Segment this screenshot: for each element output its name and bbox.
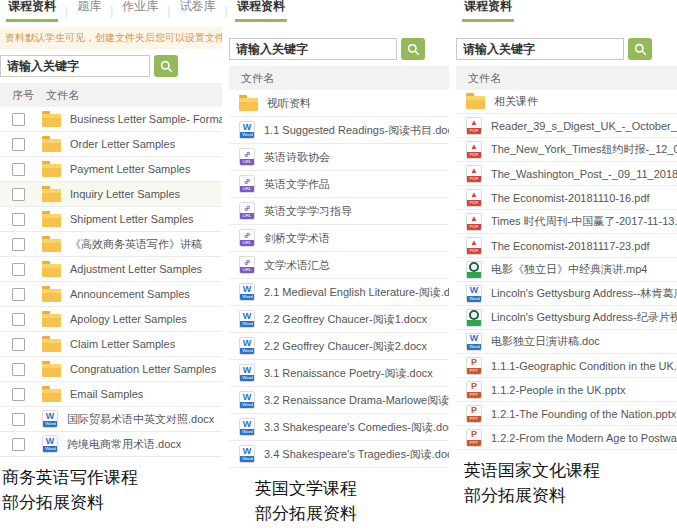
file-row[interactable]: Order Letter Samples: [0, 132, 222, 157]
row-checkbox[interactable]: [12, 113, 25, 126]
file-row[interactable]: PPPT1.1.2-People in the UK.pptx: [456, 378, 677, 402]
tab-题库[interactable]: 题库: [75, 0, 103, 22]
file-row[interactable]: ▲PDFReader_39_s_Digest_UK_-_October_2018…: [456, 114, 677, 138]
file-row[interactable]: WWord2.2 Geoffrey Chaucer-阅读2.docx: [229, 333, 449, 360]
file-row[interactable]: PPPT1.2.1-The Founding of the Nation.ppt…: [456, 402, 677, 426]
row-checkbox[interactable]: [12, 388, 25, 401]
file-name[interactable]: 《高效商务英语写作》讲稿: [70, 237, 202, 252]
file-name[interactable]: 跨境电商常用术语.docx: [67, 437, 181, 452]
file-name[interactable]: 3.1 Renaissance Poetry-阅读.docx: [264, 366, 433, 381]
file-row[interactable]: WWord3.3 Shakespeare's Comedies-阅读.docx: [229, 414, 449, 441]
file-row[interactable]: ▲PDFTimes 时代周刊-中国赢了-2017-11-13.pdf: [456, 210, 677, 234]
file-name[interactable]: 英语文学学习指导: [264, 204, 352, 219]
file-name[interactable]: The Economist-20181110-16.pdf: [491, 192, 650, 204]
file-name[interactable]: 2.2 Geoffrey Chaucer-阅读2.docx: [264, 339, 427, 354]
row-checkbox[interactable]: [12, 363, 25, 376]
file-name[interactable]: The Economist-20181117-23.pdf: [491, 240, 650, 252]
file-row[interactable]: Inquiry Letter Samples: [0, 182, 222, 207]
row-checkbox[interactable]: [12, 313, 25, 326]
file-row[interactable]: 视听资料: [229, 90, 449, 117]
row-checkbox[interactable]: [12, 263, 25, 276]
file-name[interactable]: 1.2.2-From the Modern Age to Postwar Bri…: [491, 432, 677, 444]
file-row[interactable]: ▲PDFThe Economist-20181117-23.pdf: [456, 234, 677, 258]
file-name[interactable]: The_Washington_Post_-_09_11_2018.pdf: [491, 168, 677, 180]
row-checkbox[interactable]: [12, 288, 25, 301]
file-name[interactable]: 1.1.1-Geographic Condition in the UK.ppt…: [491, 360, 677, 372]
file-row[interactable]: PPPT1.2.2-From the Modern Age to Postwar…: [456, 426, 677, 450]
tab-课程资料[interactable]: 课程资料: [235, 0, 287, 22]
file-name[interactable]: 视听资料: [267, 96, 311, 111]
row-checkbox[interactable]: [12, 338, 25, 351]
file-name[interactable]: 相关课件: [494, 94, 538, 109]
search-button[interactable]: [401, 38, 425, 60]
tab-试卷库[interactable]: 试卷库: [177, 0, 217, 22]
file-name[interactable]: Reader_39_s_Digest_UK_-_October_2018.pdf: [491, 120, 677, 132]
file-row[interactable]: Congratuation Letter Samples: [0, 357, 222, 382]
file-name[interactable]: 1.1.2-People in the UK.pptx: [491, 384, 626, 396]
file-row[interactable]: Email Samples: [0, 382, 222, 407]
file-name[interactable]: Email Samples: [70, 388, 143, 400]
file-row[interactable]: WWord3.1 Renaissance Poetry-阅读.docx: [229, 360, 449, 387]
file-row[interactable]: 电影《独立日》中经典演讲.mp4: [456, 258, 677, 282]
file-row[interactable]: PPPT1.1.1-Geographic Condition in the UK…: [456, 354, 677, 378]
row-checkbox[interactable]: [12, 138, 25, 151]
search-input[interactable]: [0, 55, 150, 77]
file-row[interactable]: ▲PDFThe_New_York_Times纽约时报-_12_04_2019.p…: [456, 138, 677, 162]
file-name[interactable]: 电影《独立日》中经典演讲.mp4: [491, 262, 647, 277]
file-row[interactable]: Shipment Letter Samples: [0, 207, 222, 232]
file-name[interactable]: Inquiry Letter Samples: [70, 188, 180, 200]
file-name[interactable]: Payment Letter Samples: [70, 163, 190, 175]
file-name[interactable]: 3.3 Shakespeare's Comedies-阅读.docx: [264, 420, 449, 435]
file-name[interactable]: 2.2 Geoffrey Chaucer-阅读1.docx: [264, 312, 427, 327]
row-checkbox[interactable]: [12, 213, 25, 226]
tab-课程资料[interactable]: 课程资料: [462, 0, 514, 22]
file-name[interactable]: Adjustment Letter Samples: [70, 263, 202, 275]
file-name[interactable]: 文学术语汇总: [264, 258, 330, 273]
file-name[interactable]: The_New_York_Times纽约时报-_12_04_2019.pdf: [491, 142, 677, 157]
file-row[interactable]: Announcement Samples: [0, 282, 222, 307]
file-name[interactable]: 1.1 Suggested Readings-阅读书目.docx: [264, 123, 449, 138]
file-row[interactable]: Claim Letter Samples: [0, 332, 222, 357]
file-row[interactable]: 《高效商务英语写作》讲稿: [0, 232, 222, 257]
file-name[interactable]: Congratuation Letter Samples: [70, 363, 216, 375]
file-row[interactable]: WWord1.1 Suggested Readings-阅读书目.docx: [229, 117, 449, 144]
file-row[interactable]: ∞URL剑桥文学术语: [229, 225, 449, 252]
file-name[interactable]: 1.2.1-The Founding of the Nation.pptx: [491, 408, 676, 420]
file-name[interactable]: Claim Letter Samples: [70, 338, 175, 350]
file-name[interactable]: Order Letter Samples: [70, 138, 175, 150]
search-button[interactable]: [628, 38, 652, 60]
row-checkbox[interactable]: [12, 238, 25, 251]
file-row[interactable]: ∞URL英语文学作品: [229, 171, 449, 198]
search-input[interactable]: [229, 38, 397, 60]
row-checkbox[interactable]: [12, 188, 25, 201]
row-checkbox[interactable]: [12, 413, 25, 426]
file-row[interactable]: Adjustment Letter Samples: [0, 257, 222, 282]
file-row[interactable]: WWordLincoln's Gettysburg Address--林肯葛底斯…: [456, 282, 677, 306]
file-name[interactable]: 英语文学作品: [264, 177, 330, 192]
file-row[interactable]: Business Letter Sample- Format: [0, 107, 222, 132]
file-row[interactable]: WWord2.1 Medieval English Literature-阅读.…: [229, 279, 449, 306]
file-name[interactable]: 剑桥文学术语: [264, 231, 330, 246]
row-checkbox[interactable]: [12, 163, 25, 176]
file-row[interactable]: Lincoln's Gettysburg Address-纪录片视频-搜狐视频.…: [456, 306, 677, 330]
file-row[interactable]: ▲PDFThe_Washington_Post_-_09_11_2018.pdf: [456, 162, 677, 186]
file-row[interactable]: ∞URL文学术语汇总: [229, 252, 449, 279]
file-row[interactable]: WWord跨境电商常用术语.docx: [0, 432, 222, 457]
file-row[interactable]: Apology Letter Samples: [0, 307, 222, 332]
search-button[interactable]: [154, 55, 178, 77]
file-name[interactable]: Announcement Samples: [70, 288, 190, 300]
file-name[interactable]: 电影独立日演讲稿.doc: [491, 334, 600, 349]
file-row[interactable]: ▲PDFThe Economist-20181110-16.pdf: [456, 186, 677, 210]
file-row[interactable]: WWord电影独立日演讲稿.doc: [456, 330, 677, 354]
file-name[interactable]: Lincoln's Gettysburg Address-纪录片视频-搜狐视频.…: [491, 310, 677, 325]
file-row[interactable]: ∞URL英语文学学习指导: [229, 198, 449, 225]
file-row[interactable]: WWord国际贸易术语中英文对照.docx: [0, 407, 222, 432]
file-row[interactable]: WWord2.2 Geoffrey Chaucer-阅读1.docx: [229, 306, 449, 333]
file-name[interactable]: 3.4 Shakespeare's Tragedies-阅读.docx: [264, 447, 449, 462]
file-name[interactable]: Lincoln's Gettysburg Address--林肯葛底斯堡演说.d…: [491, 286, 677, 301]
tab-课程资料[interactable]: 课程资料: [6, 0, 58, 22]
file-name[interactable]: Shipment Letter Samples: [70, 213, 194, 225]
file-name[interactable]: 3.2 Renaissance Drama-Marlowe阅读.docx: [264, 393, 449, 408]
search-input[interactable]: [456, 38, 624, 60]
file-name[interactable]: Times 时代周刊-中国赢了-2017-11-13.pdf: [491, 214, 677, 229]
